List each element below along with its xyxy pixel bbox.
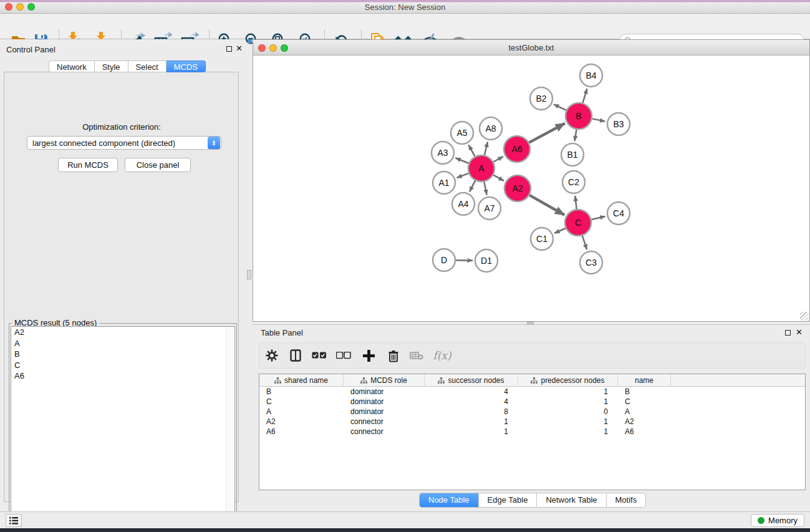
node-label: A — [478, 163, 485, 173]
splitpane-expand-button[interactable] — [248, 39, 252, 43]
edge-C-C3[interactable] — [582, 236, 587, 249]
node-B2[interactable]: B2 — [530, 87, 552, 110]
tab-mcds[interactable]: MCDS — [166, 60, 206, 72]
tab-select[interactable]: Select — [128, 60, 166, 72]
deselect-all-rows-button[interactable] — [332, 344, 355, 367]
column-header-predecessor-nodes[interactable]: predecessor nodes — [518, 374, 618, 387]
tab-network-table[interactable]: Network Table — [537, 493, 606, 507]
tab-network[interactable]: Network — [49, 60, 95, 72]
edge-A-A4[interactable] — [470, 181, 475, 192]
network-titlebar: testGlobe.txt — [253, 40, 809, 56]
list-item[interactable]: A6 — [11, 370, 234, 382]
close-panel-button[interactable]: Close panel — [125, 158, 191, 172]
add-column-button[interactable] — [355, 344, 382, 367]
memory-button[interactable]: Memory — [751, 514, 804, 527]
edge-A-A5[interactable] — [469, 145, 475, 156]
node-C3[interactable]: C3 — [580, 251, 602, 274]
column-header-mcds-role[interactable]: MCDS role — [344, 374, 425, 387]
edge-B-B3[interactable] — [592, 118, 605, 121]
delete-column-button[interactable] — [382, 344, 405, 367]
column-header-shared-name[interactable]: shared name — [259, 374, 344, 387]
column-header-name[interactable]: name — [618, 374, 671, 387]
close-panel-icon[interactable]: ✕ — [236, 44, 243, 52]
list-scrollbar[interactable] — [226, 327, 234, 532]
tab-motifs[interactable]: Motifs — [607, 493, 646, 507]
table-settings-button[interactable] — [259, 344, 284, 367]
node-A6[interactable]: A6 — [504, 136, 530, 162]
node-C1[interactable]: C1 — [531, 228, 553, 250]
node-C[interactable]: C — [565, 210, 591, 236]
edge-A-A3[interactable] — [455, 158, 468, 163]
edge-C-C4[interactable] — [591, 216, 605, 220]
node-A7[interactable]: A7 — [478, 197, 501, 220]
tab-node-table[interactable]: Node Table — [420, 493, 479, 507]
node-A2[interactable]: A2 — [504, 175, 531, 201]
table-row[interactable]: A2connector11A2 — [259, 417, 805, 427]
node-B4[interactable]: B4 — [580, 64, 602, 87]
network-title: testGlobe.txt — [253, 43, 809, 52]
function-builder-button[interactable]: f(x) — [428, 344, 456, 367]
node-A8[interactable]: A8 — [480, 117, 502, 140]
edge-A6-B[interactable] — [529, 123, 565, 143]
node-D1[interactable]: D1 — [475, 249, 498, 272]
control-panel-tabs: NetworkStyleSelectMCDS — [49, 60, 206, 72]
node-label: C3 — [586, 258, 597, 268]
edge-B-B4[interactable] — [582, 89, 587, 103]
edge-A-A2[interactable] — [493, 175, 504, 181]
cell-shared-name: B — [259, 387, 344, 397]
criterion-select[interactable]: largest connected component (directed) ▲… — [27, 136, 221, 150]
resize-grip-icon[interactable] — [800, 312, 809, 321]
table-row[interactable]: Adominator80A — [259, 407, 805, 417]
edge-A-A7[interactable] — [484, 182, 486, 195]
table-row[interactable]: Cdominator41C — [259, 397, 805, 407]
gear-icon — [265, 349, 279, 362]
edge-C-C2[interactable] — [575, 196, 576, 209]
edge-B-B2[interactable] — [554, 104, 566, 110]
cell-name: A6 — [618, 427, 671, 437]
splitpane-grip[interactable] — [247, 270, 251, 279]
edge-C-C1[interactable] — [554, 228, 566, 233]
cell-mcds-role: connector — [344, 427, 425, 437]
list-item[interactable]: C — [11, 360, 234, 371]
table-row[interactable]: Bdominator41B — [259, 387, 805, 397]
run-mcds-button[interactable]: Run MCDS — [58, 158, 118, 172]
column-header-successor-nodes[interactable]: successor nodes — [425, 374, 518, 387]
node-B[interactable]: B — [566, 103, 592, 129]
list-item[interactable]: A2 — [11, 327, 234, 338]
tab-edge-table[interactable]: Edge Table — [479, 493, 538, 507]
node-A3[interactable]: A3 — [432, 142, 454, 164]
show-columns-button[interactable] — [284, 344, 307, 367]
node-D[interactable]: D — [433, 249, 455, 271]
tab-style[interactable]: Style — [95, 60, 128, 72]
edge-A-A8[interactable] — [485, 142, 488, 155]
show-panel-menu-button[interactable] — [6, 514, 22, 527]
float-table-panel-icon[interactable] — [785, 330, 791, 336]
cell-shared-name: A2 — [259, 417, 344, 427]
trash-icon — [388, 349, 399, 362]
cell-mcds-role: dominator — [344, 397, 425, 407]
edge-A2-C[interactable] — [529, 195, 564, 215]
node-C4[interactable]: C4 — [607, 202, 630, 225]
node-A[interactable]: A — [468, 155, 494, 181]
node-A1[interactable]: A1 — [433, 172, 455, 194]
node-B1[interactable]: B1 — [561, 143, 584, 166]
node-A5[interactable]: A5 — [451, 122, 473, 144]
node-table: shared nameMCDS rolesuccessor nodesprede… — [259, 374, 806, 490]
node-B3[interactable]: B3 — [607, 113, 630, 135]
table-row[interactable]: A6connector11A6 — [259, 427, 805, 437]
close-table-panel-icon[interactable]: ✕ — [796, 328, 803, 336]
edge-B-B1[interactable] — [575, 130, 577, 142]
list-item[interactable]: A — [11, 338, 234, 349]
float-panel-icon[interactable] — [226, 46, 232, 52]
network-canvas[interactable]: AA6A2BCA1A3A4A5A7A8B1B2B3B4C1C2C3C4DD1 — [253, 56, 809, 321]
edge-A-A1[interactable] — [457, 173, 469, 178]
edge-A-A6[interactable] — [493, 157, 503, 162]
delete-table-button[interactable] — [405, 344, 428, 367]
tree-column-icon — [438, 377, 445, 384]
select-all-rows-button[interactable] — [307, 344, 332, 367]
list-item[interactable]: B — [11, 349, 234, 360]
node-A4[interactable]: A4 — [452, 193, 475, 215]
mcds-result-list[interactable]: A2ABCA6 — [11, 326, 235, 532]
main-toolbar — [0, 14, 810, 39]
node-C2[interactable]: C2 — [562, 171, 585, 193]
